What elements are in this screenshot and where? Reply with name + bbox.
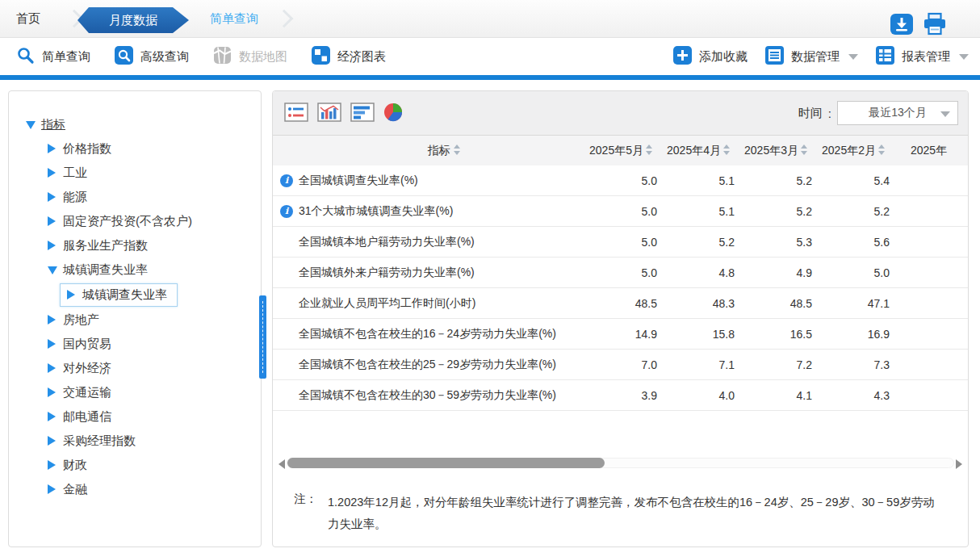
- tree-collapsed-icon[interactable]: [48, 339, 56, 349]
- tree-node-survey-unemployment[interactable]: 城镇调查失业率: [9, 258, 261, 282]
- indicator-cell[interactable]: 企业就业人员周平均工作时间(小时): [273, 296, 582, 311]
- tree-collapsed-icon[interactable]: [48, 241, 56, 250]
- scroll-right-icon[interactable]: [956, 459, 962, 469]
- value-cell: 5.0: [582, 266, 660, 279]
- indicator-label: 全国城镇不包含在校生的25－29岁劳动力失业率(%): [299, 358, 556, 371]
- value-cell: 5.6: [815, 236, 892, 249]
- tab-monthly-data-active[interactable]: 月度数据: [77, 7, 189, 33]
- sort-icon[interactable]: [646, 144, 652, 157]
- tree-node-pmi[interactable]: 采购经理指数: [9, 429, 261, 453]
- table-row: 全国城镇不包含在校生的25－29岁劳动力失业率(%) 7.0 7.1 7.2 7…: [273, 350, 968, 380]
- tree-node-transport[interactable]: 交通运输: [9, 380, 261, 404]
- tree-node-energy[interactable]: 能源: [9, 185, 261, 209]
- table-row: i 全国城镇调查失业率(%) 5.0 5.1 5.2 5.4: [273, 165, 968, 196]
- tree-node-real-estate[interactable]: 房地产: [9, 308, 261, 332]
- column-header-month[interactable]: 2025年4月: [660, 144, 737, 158]
- tree-collapsed-icon[interactable]: [48, 412, 56, 421]
- info-icon[interactable]: i: [280, 205, 293, 218]
- tree-node-finance[interactable]: 金融: [9, 477, 261, 501]
- tree-node-price-index[interactable]: 价格指数: [9, 136, 261, 161]
- tree-node-service-index[interactable]: 服务业生产指数: [9, 233, 261, 258]
- column-header-month[interactable]: 2025年2月: [815, 144, 892, 158]
- indicator-cell[interactable]: 全国城镇不包含在校生的25－29岁劳动力失业率(%): [273, 358, 582, 372]
- tree-collapsed-icon[interactable]: [48, 192, 56, 202]
- tab-simple-query[interactable]: 简单查询: [210, 0, 258, 37]
- table-body: i 全国城镇调查失业率(%) 5.0 5.1 5.2 5.4 i 31个大城市城…: [273, 165, 968, 411]
- tree-collapsed-icon[interactable]: [67, 290, 75, 299]
- value-cell: 48.5: [582, 297, 660, 310]
- indicator-cell[interactable]: 全国城镇不包含在校生的30－59岁劳动力失业率(%): [273, 388, 582, 403]
- tree-collapsed-icon[interactable]: [48, 436, 56, 446]
- value-cell: 7.1: [660, 358, 737, 371]
- time-label: 时间: [798, 106, 823, 121]
- tree-node-root[interactable]: 指标: [9, 112, 261, 136]
- tree-collapsed-icon[interactable]: [48, 168, 56, 178]
- sidebar-panel: 指标 价格指数 工业 能源 固定资产投资(不含农户) 服务业生产指数 城镇调查失…: [8, 90, 262, 547]
- value-cell: 16.5: [737, 328, 815, 341]
- tree-node-post-telecom[interactable]: 邮电通信: [9, 404, 261, 429]
- download-icon[interactable]: [889, 12, 915, 36]
- info-icon[interactable]: i: [280, 174, 293, 187]
- value-cell: 5.2: [737, 174, 815, 187]
- tab-home[interactable]: 首页: [16, 0, 40, 37]
- advanced-query-button[interactable]: 高级查询: [115, 46, 189, 67]
- column-header-month-partial[interactable]: 2025年: [892, 144, 968, 158]
- tree-node-fixed-investment[interactable]: 固定资产投资(不含农户): [9, 209, 261, 233]
- indicator-cell[interactable]: i 全国城镇调查失业率(%): [273, 174, 582, 188]
- tree-node-foreign-economy[interactable]: 对外经济: [9, 356, 261, 380]
- tree-node-industry[interactable]: 工业: [9, 161, 261, 185]
- bar-chart-view-icon[interactable]: [350, 103, 375, 125]
- column-header-indicator[interactable]: 指标: [273, 144, 582, 158]
- tree-collapsed-icon[interactable]: [48, 144, 56, 153]
- sort-icon[interactable]: [878, 144, 885, 157]
- tree-expanded-icon[interactable]: [26, 121, 36, 129]
- tree-collapsed-icon[interactable]: [48, 484, 56, 494]
- table-view-icon[interactable]: [284, 103, 308, 125]
- panel-splitter-handle[interactable]: [259, 295, 266, 379]
- column-header-month[interactable]: 2025年3月: [737, 144, 815, 158]
- tree-node-domestic-trade[interactable]: 国内贸易: [9, 332, 261, 356]
- simple-query-button[interactable]: 简单查询: [16, 46, 90, 67]
- sort-icon[interactable]: [801, 144, 807, 157]
- tree-node-label: 财政: [63, 458, 87, 473]
- add-favorite-button[interactable]: 添加收藏: [673, 46, 748, 67]
- tree-node-label: 房地产: [63, 312, 99, 328]
- horizontal-scrollbar-thumb[interactable]: [287, 458, 605, 468]
- value-cell: 5.0: [582, 236, 660, 249]
- column-chart-view-icon[interactable]: [317, 103, 341, 125]
- advanced-query-label: 高级查询: [140, 49, 189, 65]
- indicator-cell[interactable]: 全国城镇本地户籍劳动力失业率(%): [273, 235, 582, 249]
- tree-node-selected[interactable]: 城镇调查失业率: [60, 283, 178, 307]
- report-manage-button[interactable]: 报表管理: [876, 46, 969, 67]
- tree-expanded-icon[interactable]: [48, 266, 57, 274]
- tree-collapsed-icon[interactable]: [48, 216, 56, 226]
- time-range-value: 最近13个月: [869, 106, 927, 120]
- indicator-cell[interactable]: 全国城镇不包含在校生的16－24岁劳动力失业率(%): [273, 327, 582, 341]
- tree-node-fiscal[interactable]: 财政: [9, 453, 261, 477]
- table-row: i 31个大城市城镇调查失业率(%) 5.0 5.1 5.2 5.2: [273, 196, 968, 227]
- economic-charts-button[interactable]: 经济图表: [312, 46, 386, 67]
- column-header-month[interactable]: 2025年5月: [582, 144, 660, 158]
- sort-icon[interactable]: [454, 144, 460, 157]
- value-cell: 4.3: [815, 389, 892, 402]
- add-favorite-label: 添加收藏: [699, 49, 748, 65]
- printer-icon[interactable]: [922, 12, 948, 36]
- indicator-cell[interactable]: i 31个大城市城镇调查失业率(%): [273, 204, 582, 219]
- tree-collapsed-icon[interactable]: [48, 315, 56, 325]
- tree-node-label: 邮电通信: [63, 409, 111, 425]
- sort-icon[interactable]: [723, 144, 730, 157]
- note-text: 1.2023年12月起，对分年龄组失业率统计进行了调整完善，发布不包含在校生的1…: [328, 492, 939, 535]
- scroll-left-icon[interactable]: [279, 459, 285, 469]
- tree-node-label: 工业: [63, 165, 87, 181]
- tree-collapsed-icon[interactable]: [48, 460, 56, 470]
- pie-chart-view-icon[interactable]: [383, 103, 403, 125]
- data-map-label: 数据地图: [239, 49, 287, 65]
- tree-collapsed-icon[interactable]: [48, 363, 56, 373]
- data-manage-button[interactable]: 数据管理: [765, 46, 858, 67]
- value-cell: 7.2: [737, 358, 815, 371]
- indicator-cell[interactable]: 全国城镇外来户籍劳动力失业率(%): [273, 266, 582, 280]
- time-range-select[interactable]: 最近13个月: [837, 101, 958, 125]
- value-cell: 5.2: [737, 205, 815, 218]
- time-separator: :: [828, 107, 831, 120]
- tree-collapsed-icon[interactable]: [48, 387, 56, 397]
